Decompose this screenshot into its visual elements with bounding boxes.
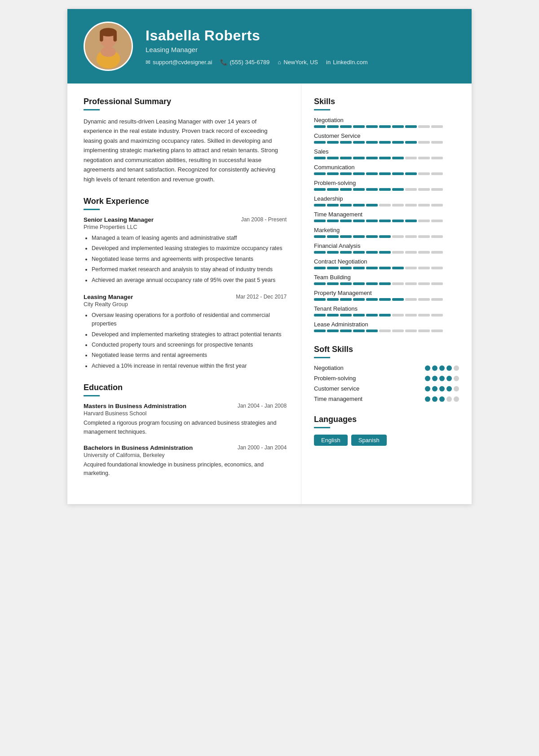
soft-skill-dot	[432, 386, 437, 391]
skill-item: Financial Analysis	[314, 242, 459, 254]
soft-skill-item: Problem-solving	[314, 375, 459, 382]
soft-skills-section: Soft Skills Negotiation Problem-solving …	[314, 345, 459, 402]
email-value: support@cvdesigner.ai	[153, 59, 212, 66]
skill-bar	[314, 267, 459, 269]
contact-location: ⌂ NewYork, US	[278, 59, 318, 66]
skill-segment	[314, 267, 326, 269]
skill-name: Lease Administration	[314, 321, 459, 328]
summary-divider	[84, 109, 100, 110]
skill-bar	[314, 298, 459, 301]
soft-skill-dot	[439, 365, 445, 371]
edu-degree: Bachelors in Business Administration	[84, 444, 193, 451]
skill-segment	[405, 141, 417, 144]
skill-segment	[366, 251, 378, 254]
edu-desc: Completed a rigorous program focusing on…	[84, 419, 287, 436]
skill-segment	[340, 298, 352, 301]
soft-skill-name: Negotiation	[314, 365, 425, 371]
contact-linkedin[interactable]: in LinkedIn.com	[326, 59, 367, 66]
skill-segment	[379, 188, 391, 191]
skill-segment	[366, 204, 378, 207]
skill-segment	[379, 282, 391, 285]
soft-skill-dot	[446, 386, 452, 391]
skill-segment	[314, 141, 326, 144]
languages-divider	[314, 427, 330, 428]
education-title: Education	[84, 383, 287, 392]
experience-title: Work Experience	[84, 197, 287, 206]
skill-segment	[327, 204, 339, 207]
skill-segment	[327, 330, 339, 332]
skill-segment	[379, 235, 391, 238]
contact-phone: 📞 (555) 345-6789	[220, 59, 270, 66]
skill-segment	[418, 220, 430, 222]
skill-segment	[431, 298, 443, 301]
skill-segment	[353, 314, 365, 316]
skill-item: Sales	[314, 148, 459, 159]
skill-segment	[431, 314, 443, 316]
skill-segment	[314, 330, 326, 332]
skill-segment	[314, 125, 326, 128]
job-date: Mar 2012 - Dec 2017	[236, 294, 287, 300]
skill-segment	[418, 204, 430, 207]
soft-skill-dot	[454, 376, 459, 381]
job-bullet: Developed and implemented marketing stra…	[92, 330, 287, 339]
skill-segment	[418, 282, 430, 285]
soft-skill-dot	[425, 386, 430, 391]
skill-segment	[379, 157, 391, 159]
skill-segment	[340, 125, 352, 128]
skill-item: Lease Administration	[314, 321, 459, 332]
skill-segment	[366, 298, 378, 301]
skill-segment	[418, 157, 430, 159]
skill-name: Contract Negotiation	[314, 258, 459, 265]
skill-segment	[327, 141, 339, 144]
skill-segment	[340, 235, 352, 238]
skill-segment	[314, 172, 326, 175]
skill-segment	[314, 298, 326, 301]
skill-segment	[405, 330, 417, 332]
skill-segment	[340, 282, 352, 285]
skill-segment	[340, 251, 352, 254]
soft-skill-dot	[439, 376, 445, 381]
skill-segment	[314, 235, 326, 238]
skill-segment	[353, 298, 365, 301]
skill-segment	[418, 141, 430, 144]
skill-segment	[340, 220, 352, 222]
job-header: Senior Leasing Manager Jan 2008 - Presen…	[84, 216, 287, 223]
location-icon: ⌂	[278, 59, 281, 66]
resume-container: Isabella Roberts Leasing Manager ✉ suppo…	[67, 9, 472, 504]
job-bullet: Negotiated lease terms and agreements wi…	[92, 255, 287, 264]
svg-point-6	[101, 47, 116, 57]
skill-segment	[405, 172, 417, 175]
soft-skills-list: Negotiation Problem-solving Customer ser…	[314, 365, 459, 402]
skill-segment	[327, 220, 339, 222]
skill-segment	[379, 314, 391, 316]
job-bullet: Achieved a 10% increase in rental revenu…	[92, 362, 287, 370]
skill-item: Marketing	[314, 227, 459, 238]
skill-segment	[353, 267, 365, 269]
skill-segment	[314, 220, 326, 222]
skill-bar	[314, 204, 459, 207]
contact-email: ✉ support@cvdesigner.ai	[146, 59, 212, 66]
skill-segment	[392, 267, 404, 269]
soft-skill-item: Customer service	[314, 385, 459, 392]
avatar	[84, 22, 133, 71]
skill-name: Problem-solving	[314, 180, 459, 186]
skill-name: Team Building	[314, 274, 459, 281]
skill-segment	[353, 157, 365, 159]
skill-segment	[366, 220, 378, 222]
skill-item: Leadership	[314, 195, 459, 207]
skill-name: Tenant Relations	[314, 305, 459, 312]
skill-name: Time Management	[314, 211, 459, 218]
skills-section: Skills Negotiation Customer Service Sale…	[314, 97, 459, 332]
skill-segment	[340, 204, 352, 207]
education-item: Bachelors in Business Administration Jan…	[84, 444, 287, 478]
summary-title: Professional Summary	[84, 97, 287, 106]
skill-item: Negotiation	[314, 117, 459, 128]
skill-item: Communication	[314, 164, 459, 175]
skill-segment	[392, 141, 404, 144]
job-item: Senior Leasing Manager Jan 2008 - Presen…	[84, 216, 287, 285]
skill-segment	[379, 251, 391, 254]
skill-segment	[353, 220, 365, 222]
skill-segment	[353, 204, 365, 207]
skill-segment	[353, 141, 365, 144]
soft-skill-name: Customer service	[314, 385, 425, 392]
